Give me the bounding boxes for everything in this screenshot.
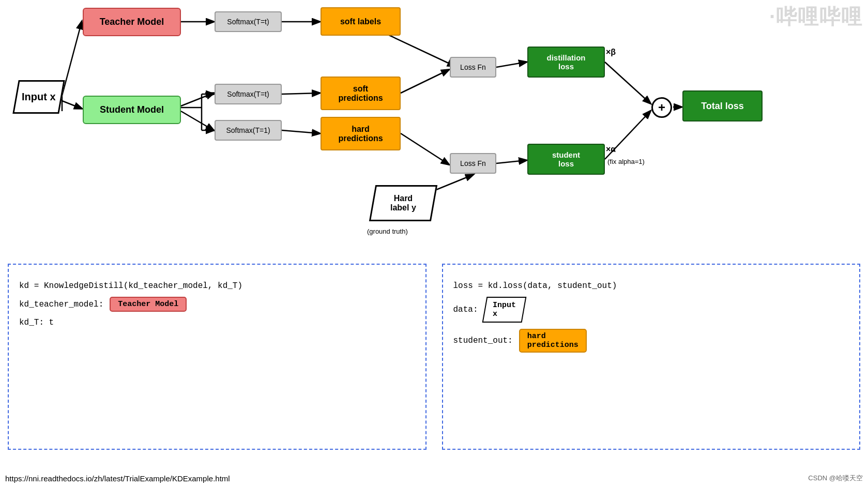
code-line-r1: loss = kd.loss(data, student_out) — [453, 281, 849, 291]
arrows-svg — [0, 0, 868, 253]
code-line-r3: student_out: hardpredictions — [453, 329, 849, 353]
diagram-area: Input x Teacher Model Student Model Soft… — [0, 0, 868, 253]
input-box: Input x — [12, 80, 65, 114]
code-line-1: kd = KnowledgeDistill(kd_teacher_model, … — [19, 281, 415, 291]
fix-alpha-label: (fix alpha=1) — [607, 158, 645, 165]
code-box-right: loss = kd.loss(data, student_out) data: … — [442, 264, 861, 450]
hard-predictions-label: hardpredictions — [338, 125, 383, 143]
student-loss-label: studentloss — [552, 150, 580, 168]
svg-line-0 — [62, 22, 82, 96]
svg-line-1 — [62, 101, 82, 109]
code-label-2: kd_teacher_model: — [19, 300, 103, 309]
code-line-r2: data: Inputx — [453, 297, 849, 323]
svg-line-13 — [605, 62, 650, 103]
code-label-r2: data: — [453, 305, 478, 314]
hard-predictions-box: hardpredictions — [321, 117, 401, 150]
svg-line-11 — [496, 62, 526, 67]
softmax-t1-label: Softmax(T=t) — [227, 18, 269, 26]
soft-labels-label: soft labels — [340, 17, 381, 26]
footer-credit: CSDN @哈喽天空 — [808, 474, 863, 483]
ground-truth-label: (ground truth) — [367, 227, 408, 235]
hard-label-box: Hardlabel y — [369, 185, 437, 221]
teacher-model-label: Teacher Model — [100, 17, 164, 27]
code-box-left: kd = KnowledgeDistill(kd_teacher_model, … — [8, 264, 427, 450]
soft-predictions-box: softpredictions — [321, 77, 401, 110]
hard-label-inner: Hardlabel y — [390, 194, 416, 212]
svg-line-10 — [401, 133, 449, 164]
total-loss-box: Total loss — [682, 90, 763, 121]
inline-hard-predictions: hardpredictions — [519, 329, 587, 353]
plus-label: + — [658, 100, 665, 115]
loss-fn-1-box: Loss Fn — [450, 57, 496, 78]
teacher-model-box: Teacher Model — [83, 8, 181, 36]
soft-predictions-label: softpredictions — [338, 84, 383, 103]
inline-teacher-model: Teacher Model — [110, 297, 187, 312]
svg-line-6 — [181, 111, 214, 130]
student-loss-box: studentloss — [527, 144, 605, 175]
times-alpha-label: ×α — [606, 145, 616, 154]
softmax-t3-label: Softmax(T=1) — [226, 126, 270, 134]
softmax-t2-label: Softmax(T=t) — [227, 90, 269, 98]
student-model-box: Student Model — [83, 96, 181, 124]
svg-line-12 — [496, 160, 526, 163]
soft-labels-box: soft labels — [321, 7, 401, 36]
input-label: Input x — [22, 91, 56, 103]
softmax-t2-box: Softmax(T=t) — [215, 84, 282, 104]
code-label-3: kd_T: t — [19, 318, 54, 327]
code-line-3: kd_T: t — [19, 318, 415, 327]
loss-fn-2-label: Loss Fn — [460, 159, 486, 168]
code-text-1: kd = KnowledgeDistill(kd_teacher_model, … — [19, 281, 242, 291]
svg-line-7 — [282, 93, 319, 94]
distillation-loss-label: distillationloss — [547, 53, 586, 71]
svg-line-8 — [282, 130, 319, 133]
loss-fn-1-label: Loss Fn — [460, 63, 486, 71]
inline-input-inner: Inputx — [493, 301, 516, 318]
distillation-loss-box: distillationloss — [527, 47, 605, 78]
softmax-t1-box: Softmax(T=t) — [215, 11, 282, 32]
code-text-r1: loss = kd.loss(data, student_out) — [453, 281, 617, 291]
svg-line-5 — [181, 93, 214, 106]
total-loss-label: Total loss — [701, 101, 744, 112]
code-line-2: kd_teacher_model: Teacher Model — [19, 297, 415, 312]
inline-input-box: Inputx — [482, 297, 526, 323]
times-beta-label: ×β — [606, 48, 616, 57]
svg-line-9 — [401, 70, 449, 93]
softmax-t3-box: Softmax(T=1) — [215, 120, 282, 141]
code-label-r3: student_out: — [453, 336, 513, 345]
plus-sign: + — [651, 97, 672, 118]
student-model-label: Student Model — [100, 104, 164, 115]
code-section: kd = KnowledgeDistill(kd_teacher_model, … — [0, 258, 868, 455]
watermark: ·哔哩哔哩 — [769, 3, 863, 31]
loss-fn-2-box: Loss Fn — [450, 153, 496, 174]
footer-url: https://nni.readthedocs.io/zh/latest/Tri… — [5, 474, 230, 483]
